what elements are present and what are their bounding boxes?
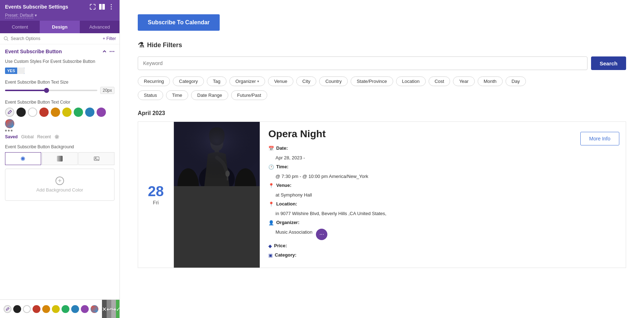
filter-tag-month-label: Month	[484, 79, 497, 84]
collapse-icon[interactable]	[102, 49, 107, 54]
bottom-swatch-yellow[interactable]	[52, 305, 60, 313]
expand-icon[interactable]	[89, 4, 96, 10]
filter-tag-state[interactable]: State/Province	[351, 76, 393, 86]
gear-icon[interactable]	[54, 134, 59, 139]
filter-tag-cost[interactable]: Cost	[429, 76, 450, 86]
filter-tag-location-label: Location	[402, 79, 420, 84]
event-time-row: 🕐 Time:	[268, 163, 565, 171]
bottom-swatch-blue[interactable]	[71, 305, 79, 313]
bg-type-color[interactable]	[5, 152, 41, 165]
filter-tag-status[interactable]: Status	[138, 90, 163, 100]
preset-row[interactable]: Preset: Default ▾	[0, 12, 119, 21]
dot2	[8, 130, 10, 131]
bottom-swatch-red[interactable]	[33, 305, 40, 313]
eyedropper-swatch[interactable]	[5, 108, 14, 117]
toggle-yes: YES	[5, 68, 17, 74]
filter-tag-organizer-label: Organizer	[235, 79, 256, 84]
cancel-button[interactable]: ✕	[102, 300, 107, 318]
event-price-label: Price:	[274, 242, 287, 249]
color-swatch-blue[interactable]	[85, 108, 94, 117]
bottom-swatch-orange[interactable]	[42, 305, 50, 313]
search-options-input[interactable]	[11, 36, 101, 41]
subscribe-to-calendar-button[interactable]: Subscribe To Calendar	[138, 14, 220, 31]
recent-label[interactable]: Recent	[37, 134, 51, 139]
bg-preview-area[interactable]: + Add Background Color	[5, 169, 114, 201]
custom-styles-toggle[interactable]: YES	[5, 68, 25, 74]
event-card: 28 Fri	[138, 121, 626, 268]
slider-fill	[5, 90, 47, 91]
filter-tag-location[interactable]: Location	[396, 76, 426, 86]
tab-advanced[interactable]: Advanced	[80, 21, 119, 33]
clock-icon: 🕐	[268, 164, 274, 171]
color-swatch-black[interactable]	[16, 108, 26, 117]
bottom-swatch-white[interactable]	[23, 305, 31, 313]
keyword-input[interactable]	[138, 56, 587, 70]
section-more-icon[interactable]	[109, 49, 114, 54]
bottom-swatch-green[interactable]	[62, 305, 69, 313]
three-dots-button[interactable]	[5, 130, 114, 131]
bg-type-row	[5, 152, 114, 165]
filter-tag-cost-label: Cost	[435, 79, 444, 84]
hide-filters-label: Hide Filters	[147, 41, 182, 49]
event-organizer-label: Organizer:	[276, 219, 299, 226]
bottom-eyedropper[interactable]	[4, 305, 11, 313]
columns-icon[interactable]	[99, 4, 105, 10]
color-swatch-white[interactable]	[28, 108, 37, 117]
tab-content[interactable]: Content	[0, 21, 40, 33]
bg-type-gradient[interactable]	[42, 152, 78, 165]
preset-label: Preset: Default	[5, 13, 33, 18]
undo-button[interactable]: ↩	[107, 300, 111, 318]
filter-tag-month[interactable]: Month	[478, 76, 503, 86]
event-venue-value: at Symphony Hall	[275, 192, 312, 199]
text-color-label: Event Subscribe Button Text Color	[5, 100, 114, 105]
saved-label[interactable]: Saved	[5, 134, 18, 139]
color-swatch-gradient[interactable]	[5, 119, 14, 128]
filter-tag-future-past[interactable]: Future/Past	[231, 90, 267, 100]
confirm-button[interactable]: ✓	[116, 300, 120, 318]
redo-button[interactable]: ↪	[111, 300, 116, 318]
add-bg-plus[interactable]: +	[55, 177, 64, 185]
event-more-col: More Info	[574, 122, 626, 268]
filter-tag-tag[interactable]: Tag	[207, 76, 226, 86]
filter-tag-city[interactable]: City	[296, 76, 316, 86]
slider-thumb[interactable]	[44, 88, 49, 93]
toggle-row: YES	[5, 68, 114, 74]
bg-section-label: Event Subscribe Button Background	[5, 144, 114, 149]
filter-tag-time[interactable]: Time	[166, 90, 188, 100]
hide-filters-row[interactable]: ⚗ Hide Filters	[138, 41, 626, 49]
search-button[interactable]: Search	[591, 56, 626, 70]
filter-tag-category[interactable]: Category	[173, 76, 204, 86]
filter-tag-country[interactable]: Country	[319, 76, 348, 86]
filter-options-button[interactable]: + Filter	[103, 36, 116, 41]
color-swatch-green[interactable]	[74, 108, 83, 117]
filter-tag-venue[interactable]: Venue	[268, 76, 293, 86]
event-organizer-value: Music Association	[275, 229, 312, 236]
filter-tag-year[interactable]: Year	[453, 76, 474, 86]
color-swatch-purple[interactable]	[97, 108, 106, 117]
tab-design[interactable]: Design	[40, 21, 79, 33]
bottom-swatch-black[interactable]	[13, 305, 21, 313]
slider-track[interactable]	[5, 90, 97, 91]
slider-container: 20px	[5, 87, 114, 94]
filter-tag-day[interactable]: Day	[506, 76, 526, 86]
global-label[interactable]: Global	[21, 134, 34, 139]
event-day-name: Fri	[153, 200, 158, 205]
event-date-label: Date:	[276, 145, 288, 152]
saved-row: Saved Global Recent	[5, 134, 114, 139]
color-swatch-red[interactable]	[39, 108, 49, 117]
bottom-swatch-purple[interactable]	[81, 305, 89, 313]
month-label: April 2023	[138, 110, 626, 116]
event-category-label: Category:	[275, 252, 297, 259]
color-swatch-yellow[interactable]	[62, 108, 72, 117]
filter-tag-organizer[interactable]: Organizer ▾	[229, 76, 265, 86]
color-swatch-orange[interactable]	[51, 108, 60, 117]
panel-header: Events Subscribe Settings	[0, 0, 119, 12]
bottom-swatch-gradient[interactable]	[91, 305, 98, 313]
more-info-button[interactable]: More Info	[580, 132, 619, 145]
bg-type-image[interactable]	[78, 152, 114, 165]
more-icon[interactable]	[108, 4, 114, 10]
svg-point-2	[111, 4, 112, 5]
dots-row	[5, 130, 114, 131]
filter-tag-date-range[interactable]: Date Range	[191, 90, 228, 100]
filter-tag-recurring[interactable]: Recurring	[138, 76, 170, 86]
